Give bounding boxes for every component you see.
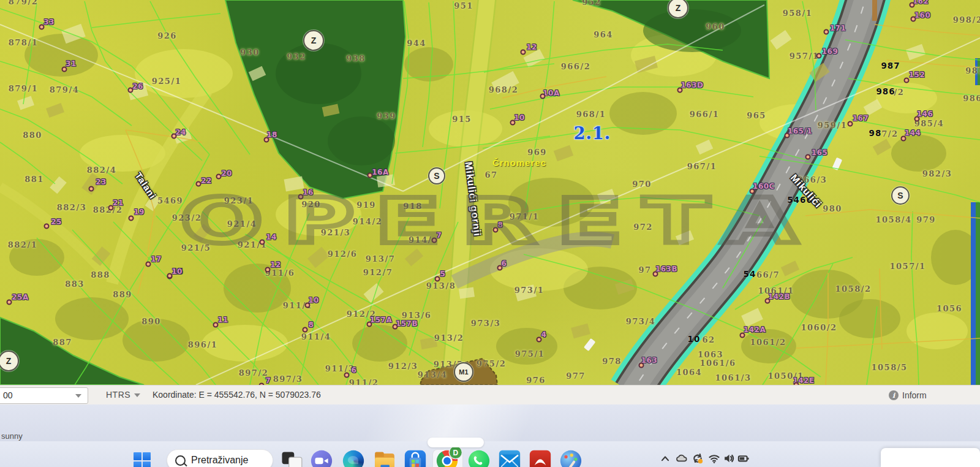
house-number: 6 <box>352 366 357 374</box>
zone-badge-s: S <box>891 186 910 205</box>
house-number: 21 <box>113 199 124 207</box>
parcel-number: 913/6 <box>402 311 431 320</box>
parcel-number: 1058/2 <box>835 284 872 294</box>
house-number: 5 <box>440 270 446 278</box>
parcel-number: 951 <box>454 1 473 10</box>
house-number: 142A <box>744 325 766 334</box>
search-box[interactable]: Pretraživanje <box>167 449 273 467</box>
house-number: 165/1 <box>788 127 812 135</box>
sync-icon[interactable] <box>692 452 704 467</box>
map-viewport[interactable]: Črnomerec 2.1. 879/2878/1926925/1879/187… <box>0 0 980 385</box>
chrome-icon[interactable]: D <box>437 450 458 467</box>
house-marker-dot <box>653 271 658 277</box>
weather-widget[interactable]: sunny <box>1 431 23 441</box>
house-marker-dot <box>298 194 304 200</box>
parcel-number: 938 <box>346 54 366 63</box>
house-marker-dot <box>904 78 910 83</box>
parcel-number: 912/3 <box>388 362 418 371</box>
house-number: 19 <box>134 208 145 216</box>
parcel-number: 897/3 <box>273 374 303 384</box>
parcel-number: 985 <box>965 66 980 75</box>
parcel-number: 978 <box>602 357 622 366</box>
parcel-number: 979 <box>916 215 936 224</box>
house-marker-dot <box>213 322 219 328</box>
parcel-number: 913/8 <box>426 281 456 290</box>
house-number: 12 <box>526 43 537 51</box>
parcel-number: 958/1 <box>783 9 812 18</box>
house-marker-dot <box>901 136 907 142</box>
house-marker-dot <box>740 333 745 338</box>
parcel-number: 998/2 <box>953 15 980 25</box>
house-number: 165 <box>812 148 828 157</box>
store-icon[interactable] <box>405 450 426 467</box>
zone-badge-m1: M1 <box>454 362 473 382</box>
parcel-number: 1061/2 <box>750 338 786 347</box>
info-button[interactable]: i Inform <box>887 385 980 405</box>
parcel-number: 914/2 <box>353 217 382 226</box>
house-number: 16 <box>303 188 314 197</box>
file-explorer-icon[interactable] <box>374 450 395 467</box>
road-number: 987 <box>881 61 900 70</box>
battery-icon[interactable] <box>737 452 750 467</box>
parcel-number: 973/3 <box>471 319 500 328</box>
parcel-number: 1058/5 <box>872 363 908 372</box>
task-view-icon[interactable] <box>281 450 301 467</box>
house-number: 23 <box>96 178 107 186</box>
parcel-number: 912/7 <box>363 268 393 277</box>
flyout-panel <box>881 448 980 467</box>
chat-icon[interactable] <box>311 450 332 467</box>
house-marker-dot <box>367 322 372 327</box>
house-number: 8 <box>498 221 503 229</box>
mail-icon[interactable] <box>499 450 520 467</box>
house-marker-dot <box>911 17 916 22</box>
parcel-number: 889 <box>113 290 132 299</box>
parcel-number: 1063 <box>698 350 723 359</box>
district-label: Črnomerec <box>492 158 546 168</box>
house-marker-dot <box>303 327 308 333</box>
house-marker-dot <box>39 25 45 30</box>
chevron-up-icon[interactable] <box>659 452 671 467</box>
whatsapp-icon[interactable] <box>469 450 489 467</box>
parcel-number: 975/2 <box>477 359 506 368</box>
house-marker-dot <box>677 88 683 93</box>
house-marker-dot <box>305 303 311 308</box>
house-number: 12 <box>270 260 281 269</box>
parcel-number: 879/2 <box>9 0 38 6</box>
start-button[interactable] <box>134 452 151 467</box>
house-number: 26 <box>132 82 143 91</box>
parcel-number: 964 <box>594 30 613 39</box>
house-marker-dot <box>785 133 790 139</box>
chevron-down-icon[interactable] <box>134 393 140 397</box>
parcel-number: 882/4 <box>87 165 116 175</box>
edge-icon[interactable] <box>343 450 364 467</box>
wifi-icon[interactable] <box>708 452 720 467</box>
parcel-number: 918 <box>403 202 423 211</box>
search-placeholder: Pretraživanje <box>191 455 248 466</box>
parcel-number: 966/1 <box>690 110 719 119</box>
house-marker-dot <box>344 373 350 378</box>
scale-dropdown[interactable]: 00 <box>0 387 88 404</box>
house-marker-dot <box>128 88 134 93</box>
volume-icon[interactable] <box>723 452 735 467</box>
parcel-number: 970 <box>632 180 652 189</box>
house-number: 162 <box>913 0 929 6</box>
parcel-number: 912/6 <box>328 249 357 259</box>
parcel-number: 97 <box>638 265 651 275</box>
parcel-number: 975/1 <box>515 349 545 359</box>
house-number: 157A <box>370 316 392 324</box>
desktop-screen: { "map": { "watermark": "OPERETA", "dist… <box>0 0 980 467</box>
house-number: 7 <box>266 376 271 385</box>
onedrive-icon[interactable] <box>675 452 687 467</box>
parcel-number: 7/2 <box>881 129 898 139</box>
paint-icon[interactable] <box>560 450 581 467</box>
taskbar-secondary: Pretraživanje D <box>0 441 980 467</box>
parcel-number: 67 <box>484 170 497 180</box>
house-marker-dot <box>914 116 920 122</box>
house-marker-dot <box>265 267 271 273</box>
house-marker-dot <box>7 300 12 305</box>
parcel-number: 926 <box>157 31 177 40</box>
zone-badge-z: Z <box>303 30 324 51</box>
parcel-number: 969 <box>527 148 547 157</box>
acrobat-icon[interactable] <box>530 450 551 467</box>
crs-selector[interactable]: HTRS <box>106 390 130 400</box>
